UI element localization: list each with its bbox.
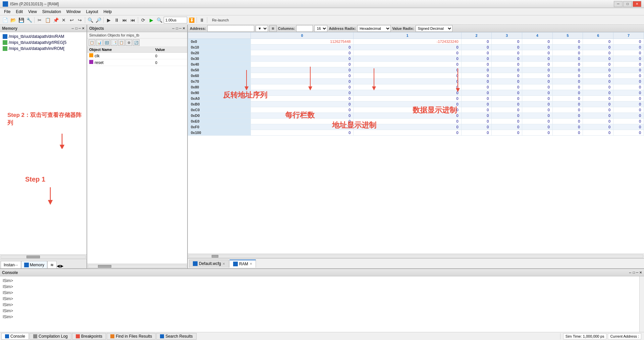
- bottom-tab-find-in-files-results[interactable]: Find in Files Results: [107, 333, 156, 340]
- cut-button[interactable]: ✂: [36, 16, 43, 24]
- restart-button[interactable]: ⟳: [140, 16, 147, 24]
- columns-input[interactable]: 16: [296, 25, 313, 32]
- toolbar-sep6: [207, 17, 207, 23]
- menu-window[interactable]: Window: [64, 9, 84, 15]
- menu-layout[interactable]: Layout: [84, 9, 101, 15]
- pause-button[interactable]: ⏸: [198, 16, 206, 24]
- console-expand-icon[interactable]: ↔: [629, 271, 632, 274]
- columns-dropdown[interactable]: 16: [314, 25, 327, 32]
- address-dropdown[interactable]: ▼: [256, 25, 268, 32]
- tab-wcfg-close[interactable]: ✕: [222, 262, 225, 266]
- obj-btn6[interactable]: ⚙: [125, 39, 132, 46]
- tab-ram[interactable]: RAM ✕: [229, 260, 256, 268]
- main-hscroll[interactable]: [188, 254, 644, 258]
- memory-item-reg[interactable]: /mips_tb/uut/datapath/grf/REG[5: [1, 40, 85, 46]
- tab-ram-close[interactable]: ✕: [250, 262, 252, 266]
- memory-item-rom[interactable]: /mips_tb/uut/datapath/im/ROM[: [1, 46, 85, 52]
- minimize-button[interactable]: ─: [614, 1, 623, 7]
- obj-btn2[interactable]: 📊: [96, 39, 103, 46]
- menu-file[interactable]: File: [1, 9, 13, 15]
- copy-button[interactable]: 📋: [44, 16, 51, 24]
- menu-help[interactable]: Help: [101, 9, 115, 15]
- obj-expand-icon[interactable]: ↔: [172, 26, 175, 30]
- object-row[interactable]: reset0: [87, 59, 187, 66]
- title-bar-controls[interactable]: ─ □ ✕: [614, 1, 641, 7]
- objects-hscroll-track[interactable]: [88, 265, 186, 268]
- next-arrow[interactable]: ▶: [60, 264, 63, 268]
- mem-min-icon[interactable]: ─: [78, 26, 81, 30]
- addr-radix-dropdown[interactable]: Hexadecimal: [357, 25, 391, 32]
- obj-icon-rst: [89, 60, 93, 64]
- sim-btn2[interactable]: ⏸: [113, 16, 120, 24]
- sim-time-input[interactable]: [164, 17, 187, 23]
- obj-float-icon[interactable]: □: [176, 26, 178, 30]
- save-button[interactable]: 💾: [17, 16, 25, 24]
- mem-cell-12-5: 0: [552, 107, 583, 113]
- search2-button[interactable]: 🔎: [95, 16, 102, 24]
- search-button[interactable]: 🔍: [87, 16, 94, 24]
- console-close-icon[interactable]: ✕: [639, 271, 642, 274]
- sim-go-button[interactable]: ⏬: [188, 16, 195, 24]
- object-row[interactable]: clk0: [87, 53, 187, 59]
- close-button[interactable]: ✕: [633, 1, 641, 7]
- bottom-tab-compilation-log[interactable]: Compilation Log: [30, 333, 71, 340]
- tab-wcfg[interactable]: Default.wcfg ✕: [189, 260, 229, 268]
- sim-btn3[interactable]: ⏭: [121, 16, 128, 24]
- undo-button[interactable]: ↩: [68, 16, 75, 24]
- wave-tab[interactable]: ≋: [47, 261, 57, 268]
- memory-hscroll[interactable]: [0, 254, 87, 259]
- objects-hscroll[interactable]: [87, 264, 187, 268]
- bottom-tab-breakpoints[interactable]: Breakpoints: [72, 333, 106, 340]
- open-button[interactable]: 📂: [9, 16, 17, 24]
- main-hscroll-thumb[interactable]: [212, 255, 218, 258]
- menu-simulation[interactable]: Simulation: [40, 9, 64, 15]
- memory-hscroll-track[interactable]: [1, 255, 86, 259]
- obj-btn1[interactable]: 📋: [89, 39, 95, 46]
- objects-hscroll-thumb[interactable]: [98, 265, 111, 268]
- bottom-tab-icon-4: [160, 334, 164, 338]
- obj-close-icon[interactable]: ✕: [182, 26, 185, 30]
- val-radix-dropdown[interactable]: Signed Decimal: [416, 25, 452, 32]
- console-content[interactable]: ISim>ISim>ISim>ISim>ISim>ISim>ISim>: [0, 276, 639, 332]
- status-bar: ConsoleCompilation LogBreakpointsFind in…: [0, 332, 644, 340]
- memory-table-container[interactable]: 01234567 0x01126275448-17243232400000000…: [188, 32, 644, 254]
- obj-btn7[interactable]: 🔄: [133, 39, 140, 46]
- bottom-tab-search-results[interactable]: Search Results: [156, 333, 196, 340]
- restore-button[interactable]: □: [623, 1, 632, 7]
- menu-view[interactable]: View: [25, 9, 40, 15]
- address-input[interactable]: [207, 25, 254, 32]
- console-vscroll[interactable]: [639, 276, 644, 332]
- run-button[interactable]: ▶: [105, 16, 112, 24]
- memory-tab[interactable]: Memory: [21, 261, 47, 268]
- paste-button[interactable]: 📌: [52, 16, 59, 24]
- console-float-icon[interactable]: □: [633, 271, 635, 274]
- toolbar-btn4[interactable]: 🔧: [25, 16, 33, 24]
- prev-arrow[interactable]: ◀: [57, 264, 60, 268]
- main-hscroll-track[interactable]: [189, 255, 643, 258]
- console-title: Console: [2, 270, 18, 275]
- delete-button[interactable]: ✕: [60, 16, 67, 24]
- bottom-tab-console[interactable]: Console: [1, 333, 29, 340]
- zoom-button[interactable]: 🔍: [156, 16, 163, 24]
- nav-arrows[interactable]: ◀ ▶: [57, 264, 63, 268]
- instances-tab[interactable]: Instan···: [1, 261, 21, 268]
- mem-close-icon[interactable]: ✕: [82, 26, 85, 30]
- redo-button[interactable]: ↪: [76, 16, 84, 24]
- mem-float-icon[interactable]: □: [75, 26, 77, 30]
- obj-btn4[interactable]: 📑: [111, 39, 117, 46]
- obj-min-icon[interactable]: ─: [179, 26, 181, 30]
- obj-btn5[interactable]: 📋: [118, 39, 125, 46]
- mem-cell-13-1: 0: [354, 113, 461, 119]
- memory-hscroll-thumb[interactable]: [26, 256, 40, 258]
- relaunch-button[interactable]: Re-launch: [209, 16, 232, 24]
- mem-cell-13-6: 0: [583, 113, 613, 119]
- menu-edit[interactable]: Edit: [13, 9, 25, 15]
- console-min-icon[interactable]: ─: [636, 271, 638, 274]
- new-button[interactable]: 📄: [1, 16, 9, 24]
- obj-btn3[interactable]: 🔢: [103, 39, 110, 46]
- sim-btn4[interactable]: ⏮: [129, 16, 137, 24]
- mem-expand-icon[interactable]: ↔: [71, 26, 74, 30]
- memory-item-ram[interactable]: /mips_tb/uut/datapath/dm/RAM: [1, 33, 85, 40]
- addr-goto-btn[interactable]: ⊞: [269, 25, 277, 32]
- play-full-button[interactable]: ▶: [148, 16, 155, 24]
